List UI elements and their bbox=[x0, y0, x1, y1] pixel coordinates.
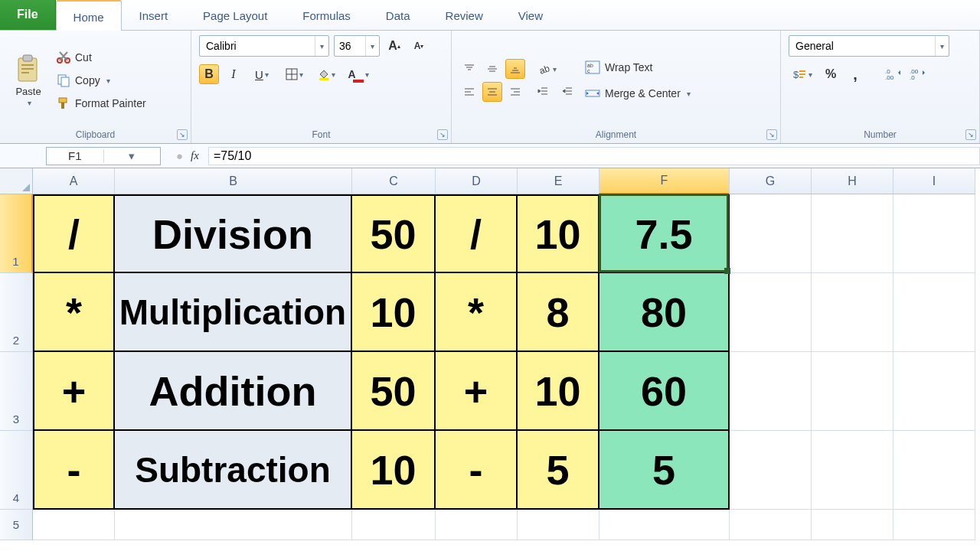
col-header-E[interactable]: E bbox=[518, 168, 599, 194]
row-header-2[interactable]: 2 bbox=[0, 273, 33, 352]
cell-B3[interactable]: Addition bbox=[115, 352, 352, 431]
col-header-G[interactable]: G bbox=[730, 168, 812, 194]
tab-file[interactable]: File bbox=[0, 0, 56, 30]
font-name-input[interactable] bbox=[200, 36, 315, 56]
percent-button[interactable]: % bbox=[821, 64, 841, 84]
cell-A5[interactable] bbox=[33, 510, 115, 540]
col-header-I[interactable]: I bbox=[893, 168, 975, 194]
cell-G5[interactable] bbox=[730, 510, 812, 540]
cell-B1[interactable]: Division bbox=[115, 194, 352, 273]
cell-F2[interactable]: 80 bbox=[599, 273, 730, 352]
col-header-F[interactable]: F bbox=[599, 168, 730, 194]
col-header-A[interactable]: A bbox=[33, 168, 115, 194]
fx-icon[interactable]: fx bbox=[191, 149, 199, 162]
cell-D3[interactable]: + bbox=[436, 352, 518, 431]
align-top-button[interactable] bbox=[459, 59, 479, 79]
cell-A1[interactable]: / bbox=[33, 194, 115, 273]
formula-input[interactable] bbox=[208, 147, 980, 165]
align-right-button[interactable] bbox=[505, 82, 525, 102]
cell-I1[interactable] bbox=[893, 194, 975, 273]
cell-E3[interactable]: 10 bbox=[518, 352, 599, 431]
cell-A3[interactable]: + bbox=[33, 352, 115, 431]
tab-view[interactable]: View bbox=[501, 0, 560, 30]
align-center-button[interactable] bbox=[482, 82, 502, 102]
cell-B4[interactable]: Subtraction bbox=[115, 431, 352, 510]
cell-F4[interactable]: 5 bbox=[599, 431, 730, 510]
decrease-indent-button[interactable] bbox=[533, 82, 553, 102]
cell-B5[interactable] bbox=[115, 510, 352, 540]
tab-data[interactable]: Data bbox=[368, 0, 428, 30]
cell-D4[interactable]: - bbox=[436, 431, 518, 510]
col-header-B[interactable]: B bbox=[115, 168, 352, 194]
cell-G3[interactable] bbox=[730, 352, 812, 431]
cell-F5[interactable] bbox=[599, 510, 730, 540]
row-header-1[interactable]: 1 bbox=[0, 194, 33, 273]
paste-button[interactable]: Paste ▾ bbox=[8, 46, 49, 115]
shrink-font-button[interactable]: A ▾ bbox=[409, 36, 429, 56]
italic-button[interactable]: I bbox=[224, 64, 243, 84]
cell-A2[interactable]: * bbox=[33, 273, 115, 352]
cell-A4[interactable]: - bbox=[33, 431, 115, 510]
cell-C3[interactable]: 50 bbox=[352, 352, 436, 431]
cell-H2[interactable] bbox=[812, 273, 893, 352]
cancel-formula-icon[interactable]: ● bbox=[176, 149, 183, 162]
cell-E4[interactable]: 5 bbox=[518, 431, 599, 510]
cell-E5[interactable] bbox=[518, 510, 599, 540]
number-format-input[interactable] bbox=[789, 36, 935, 56]
col-header-H[interactable]: H bbox=[812, 168, 893, 194]
cell-H3[interactable] bbox=[812, 352, 893, 431]
comma-button[interactable]: , bbox=[845, 64, 865, 84]
cell-C2[interactable]: 10 bbox=[352, 273, 436, 352]
fill-color-button[interactable]: ▾ bbox=[312, 64, 340, 84]
cell-I4[interactable] bbox=[893, 431, 975, 510]
copy-button[interactable]: Copy ▾ bbox=[57, 70, 146, 90]
cell-C1[interactable]: 50 bbox=[352, 194, 436, 273]
select-all-corner[interactable] bbox=[0, 168, 33, 194]
tab-review[interactable]: Review bbox=[428, 0, 501, 30]
cell-I5[interactable] bbox=[893, 510, 975, 540]
tab-home[interactable]: Home bbox=[56, 0, 122, 31]
tab-insert[interactable]: Insert bbox=[122, 0, 186, 30]
cell-H4[interactable] bbox=[812, 431, 893, 510]
cell-I2[interactable] bbox=[893, 273, 975, 352]
wrap-text-button[interactable]: abc Wrap Text bbox=[585, 57, 691, 77]
align-middle-button[interactable] bbox=[482, 59, 502, 79]
cell-D2[interactable]: * bbox=[436, 273, 518, 352]
row-header-5[interactable]: 5 bbox=[0, 510, 33, 540]
cell-G1[interactable] bbox=[730, 194, 812, 273]
increase-indent-button[interactable] bbox=[557, 82, 577, 102]
fill-handle[interactable] bbox=[724, 268, 730, 274]
cell-E1[interactable]: 10 bbox=[518, 194, 599, 273]
row-header-3[interactable]: 3 bbox=[0, 352, 33, 431]
font-name-combo[interactable]: ▾ bbox=[199, 35, 329, 57]
cell-C5[interactable] bbox=[352, 510, 436, 540]
chevron-down-icon[interactable]: ▾ bbox=[935, 36, 949, 56]
chevron-down-icon[interactable]: ▾ bbox=[365, 36, 379, 56]
number-format-combo[interactable]: ▾ bbox=[789, 35, 949, 57]
dialog-launcher-icon[interactable]: ↘ bbox=[437, 129, 448, 140]
chevron-down-icon[interactable]: ▾ bbox=[315, 36, 328, 56]
chevron-down-icon[interactable]: ▾ bbox=[103, 149, 161, 163]
cell-D5[interactable] bbox=[436, 510, 518, 540]
cell-I3[interactable] bbox=[893, 352, 975, 431]
font-color-button[interactable]: A ▾ bbox=[345, 64, 372, 84]
cell-F3[interactable]: 60 bbox=[599, 352, 730, 431]
accounting-format-button[interactable]: $ ▾ bbox=[789, 64, 816, 84]
name-box[interactable]: F1 ▾ bbox=[46, 147, 161, 165]
cell-D1[interactable]: / bbox=[436, 194, 518, 273]
merge-center-button[interactable]: Merge & Center ▾ bbox=[585, 83, 691, 103]
align-left-button[interactable] bbox=[459, 82, 479, 102]
bold-button[interactable]: B bbox=[199, 64, 219, 84]
grow-font-button[interactable]: A ▴ bbox=[384, 36, 404, 56]
borders-button[interactable]: ▾ bbox=[280, 64, 308, 84]
cell-B2[interactable]: Multiplication bbox=[115, 273, 352, 352]
align-bottom-button[interactable] bbox=[505, 59, 525, 79]
font-size-input[interactable] bbox=[335, 36, 365, 56]
underline-button[interactable]: U▾ bbox=[248, 64, 276, 84]
orientation-button[interactable]: ab ▾ bbox=[533, 59, 560, 79]
row-header-4[interactable]: 4 bbox=[0, 431, 33, 510]
tab-formulas[interactable]: Formulas bbox=[285, 0, 368, 30]
dialog-launcher-icon[interactable]: ↘ bbox=[965, 129, 976, 140]
cut-button[interactable]: Cut bbox=[57, 47, 146, 67]
format-painter-button[interactable]: Format Painter bbox=[57, 93, 146, 113]
